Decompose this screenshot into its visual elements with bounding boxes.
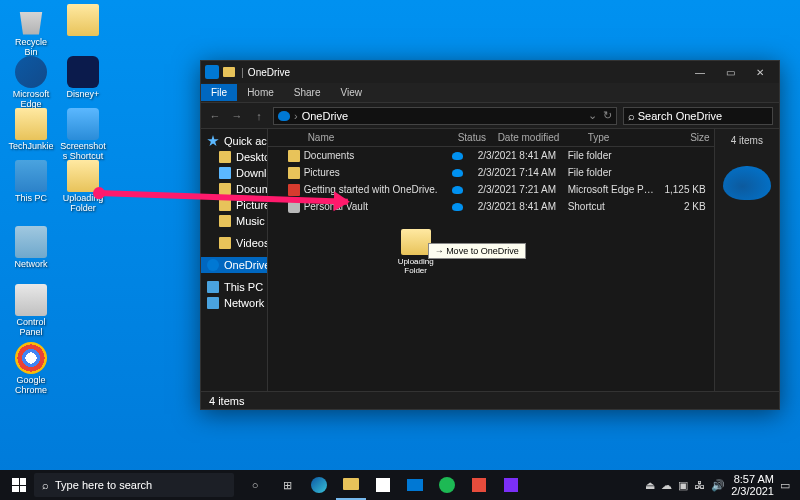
col-name[interactable]: Name [304,132,454,143]
desktop-icon[interactable]: Control Panel [8,284,54,338]
spotify-icon[interactable] [432,470,462,500]
col-type[interactable]: Type [584,132,674,143]
desktop-icon[interactable]: Google Chrome [8,342,54,396]
desktop-icon[interactable]: Network [8,226,54,270]
up-button[interactable]: ↑ [251,108,267,124]
search-icon: ⌕ [628,110,635,122]
sidebar-item[interactable]: OneDrive [201,257,267,273]
file-explorer-window: | OneDrive — ▭ ✕ File Home Share View ← … [200,60,780,410]
onedrive-icon [205,65,219,79]
sidebar-item[interactable]: Desktop [201,149,267,165]
desktop-icon[interactable] [60,4,106,38]
col-size[interactable]: Size [674,132,714,143]
network-icon[interactable]: 🖧 [694,479,705,491]
status-bar: 4 items [201,391,779,409]
tray-icon[interactable]: ⏏ [645,479,655,492]
scloud-icon [207,259,219,271]
sfolder-icon [219,151,231,163]
column-headers[interactable]: Name Status Date modified Type Size [268,129,714,147]
preview-pane: 4 items [714,129,779,391]
breadcrumb[interactable]: › OneDrive ⌄ ↻ [273,107,617,125]
col-status[interactable]: Status [454,132,494,143]
onedrive-cloud-icon [278,111,290,121]
app-icon[interactable] [464,470,494,500]
folder-icon [223,67,235,77]
clock[interactable]: 8:57 AM 2/3/2021 [731,473,774,497]
sidebar-item[interactable]: This PC [201,279,267,295]
edge-icon[interactable] [304,470,334,500]
ribbon-tabs: File Home Share View [201,83,779,103]
folder-icon [401,229,431,255]
taskbar-search[interactable]: ⌕ Type here to search [34,473,234,497]
file-list-pane[interactable]: Name Status Date modified Type Size Docu… [268,129,714,391]
breadcrumb-text: OneDrive [302,110,348,122]
search-input[interactable]: ⌕ Search OneDrive [623,107,773,125]
forward-button[interactable]: → [229,108,245,124]
nav-sidebar: Quick accessDesktopDownloadsDocumentsPic… [201,129,268,391]
start-button[interactable] [4,470,34,500]
store-icon[interactable] [368,470,398,500]
tray-icon[interactable]: ▣ [678,479,688,492]
cloud-status-icon [452,186,463,194]
sidebar-item[interactable]: Quick access [201,133,267,149]
desktop-icon[interactable]: This PC [8,160,54,204]
sfolder-icon [219,199,231,211]
desktop-icon[interactable]: Screenshots Shortcut [60,108,106,162]
spc-icon [207,297,219,309]
maximize-button[interactable]: ▭ [715,62,745,82]
file-icon [288,150,300,162]
desktop-icon[interactable]: Microsoft Edge [8,56,54,110]
volume-icon[interactable]: 🔊 [711,479,725,492]
disney-icon [67,56,99,88]
sfolder-icon [219,237,231,249]
dl-icon [219,167,231,179]
folder-icon [15,108,47,140]
recycle-icon [15,4,47,36]
sidebar-item[interactable]: Music [201,213,267,229]
close-button[interactable]: ✕ [745,62,775,82]
sidebar-item[interactable]: Downloads [201,165,267,181]
system-tray[interactable]: ⏏ ☁ ▣ 🖧 🔊 8:57 AM 2/3/2021 ▭ [645,473,796,497]
folder-icon [67,4,99,36]
cloud-status-icon [452,152,463,160]
search-icon: ⌕ [42,479,49,491]
minimize-button[interactable]: — [685,62,715,82]
titlebar[interactable]: | OneDrive — ▭ ✕ [201,61,779,83]
table-row[interactable]: Documents2/3/2021 8:41 AMFile folder [268,147,714,164]
tab-file[interactable]: File [201,84,237,101]
back-button[interactable]: ← [207,108,223,124]
status-text: 4 items [209,395,244,407]
explorer-icon[interactable] [336,470,366,500]
onedrive-tray-icon[interactable]: ☁ [661,479,672,492]
window-title: OneDrive [248,67,685,78]
folder-icon [67,160,99,192]
desktop-icon[interactable]: Recycle Bin [8,4,54,58]
desktop-icon[interactable]: Disney+ [60,56,106,100]
cpanel-icon [15,284,47,316]
drag-label: Uploading Folder [398,257,434,275]
desktop-icon[interactable]: TechJunkie [8,108,54,152]
tab-view[interactable]: View [331,84,373,101]
edge-icon [15,56,47,88]
address-bar: ← → ↑ › OneDrive ⌄ ↻ ⌕ Search OneDrive [201,103,779,129]
onedrive-cloud-icon [723,166,771,200]
sfolder-icon [219,183,231,195]
cloud-status-icon [452,203,463,211]
file-icon [288,167,300,179]
cortana-icon[interactable]: ○ [240,470,270,500]
windows-logo-icon [12,478,26,492]
sidebar-item[interactable]: Videos [201,235,267,251]
task-view-icon[interactable]: ⊞ [272,470,302,500]
chrome-icon [15,342,47,374]
tab-home[interactable]: Home [237,84,284,101]
col-date[interactable]: Date modified [494,132,584,143]
item-count: 4 items [721,135,773,146]
mail-icon[interactable] [400,470,430,500]
notifications-icon[interactable]: ▭ [780,479,790,492]
star-icon [207,135,219,147]
sidebar-item[interactable]: Network [201,295,267,311]
table-row[interactable]: Pictures2/3/2021 7:14 AMFile folder [268,164,714,181]
tab-share[interactable]: Share [284,84,331,101]
app-icon-2[interactable] [496,470,526,500]
sfolder-icon [219,215,231,227]
